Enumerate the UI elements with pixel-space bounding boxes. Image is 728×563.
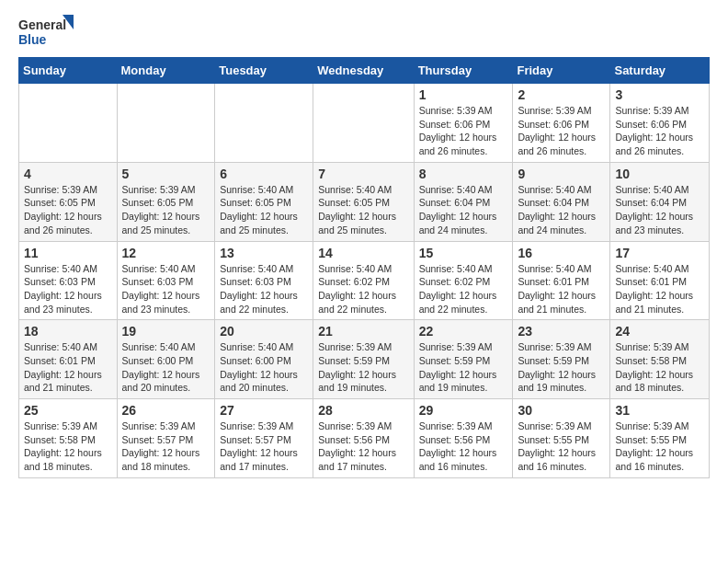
- day-number: 19: [122, 324, 210, 339]
- day-number: 15: [419, 246, 508, 260]
- calendar-cell: 9Sunrise: 5:40 AM Sunset: 6:04 PM Daylig…: [513, 162, 610, 241]
- svg-text:Blue: Blue: [18, 32, 47, 47]
- day-info: Sunrise: 5:39 AM Sunset: 5:59 PM Dayligh…: [318, 340, 408, 395]
- calendar-col-header: Wednesday: [313, 58, 414, 84]
- day-info: Sunrise: 5:39 AM Sunset: 6:06 PM Dayligh…: [419, 104, 508, 158]
- calendar-cell: 27Sunrise: 5:39 AM Sunset: 5:57 PM Dayli…: [215, 399, 313, 478]
- calendar-cell: 7Sunrise: 5:40 AM Sunset: 6:05 PM Daylig…: [313, 162, 414, 241]
- day-info: Sunrise: 5:39 AM Sunset: 5:59 PM Dayligh…: [518, 340, 605, 395]
- day-number: 29: [419, 403, 508, 418]
- day-number: 8: [419, 167, 508, 181]
- day-info: Sunrise: 5:40 AM Sunset: 6:03 PM Dayligh…: [24, 262, 112, 316]
- day-info: Sunrise: 5:40 AM Sunset: 6:03 PM Dayligh…: [220, 262, 308, 316]
- calendar-week-row: 4Sunrise: 5:39 AM Sunset: 6:05 PM Daylig…: [19, 162, 710, 241]
- day-number: 31: [615, 403, 704, 418]
- calendar-cell: 29Sunrise: 5:39 AM Sunset: 5:56 PM Dayli…: [414, 399, 513, 478]
- calendar-cell: 28Sunrise: 5:39 AM Sunset: 5:56 PM Dayli…: [313, 399, 414, 478]
- calendar-col-header: Thursday: [414, 58, 513, 84]
- day-info: Sunrise: 5:40 AM Sunset: 6:02 PM Dayligh…: [318, 262, 408, 316]
- calendar-cell: 21Sunrise: 5:39 AM Sunset: 5:59 PM Dayli…: [313, 320, 414, 399]
- calendar-col-header: Tuesday: [215, 58, 313, 84]
- calendar-cell: 20Sunrise: 5:40 AM Sunset: 6:00 PM Dayli…: [215, 320, 313, 399]
- day-info: Sunrise: 5:40 AM Sunset: 6:04 PM Dayligh…: [419, 183, 508, 237]
- calendar-cell: 16Sunrise: 5:40 AM Sunset: 6:01 PM Dayli…: [513, 241, 610, 320]
- calendar-cell: 25Sunrise: 5:39 AM Sunset: 5:58 PM Dayli…: [19, 399, 118, 478]
- logo: GeneralBlue: [18, 15, 74, 52]
- calendar-col-header: Saturday: [610, 58, 710, 84]
- calendar-cell: [117, 84, 215, 163]
- day-info: Sunrise: 5:40 AM Sunset: 6:00 PM Dayligh…: [220, 340, 308, 395]
- day-info: Sunrise: 5:40 AM Sunset: 6:01 PM Dayligh…: [24, 340, 112, 395]
- day-number: 11: [24, 246, 112, 260]
- calendar-table: SundayMondayTuesdayWednesdayThursdayFrid…: [18, 57, 710, 478]
- day-info: Sunrise: 5:40 AM Sunset: 6:00 PM Dayligh…: [122, 340, 210, 395]
- day-info: Sunrise: 5:39 AM Sunset: 5:55 PM Dayligh…: [518, 419, 605, 474]
- day-info: Sunrise: 5:40 AM Sunset: 6:05 PM Dayligh…: [220, 183, 308, 237]
- calendar-cell: 19Sunrise: 5:40 AM Sunset: 6:00 PM Dayli…: [117, 320, 215, 399]
- day-info: Sunrise: 5:40 AM Sunset: 6:01 PM Dayligh…: [615, 262, 704, 316]
- logo-icon: GeneralBlue: [18, 15, 74, 52]
- calendar-cell: 22Sunrise: 5:39 AM Sunset: 5:59 PM Dayli…: [414, 320, 513, 399]
- calendar-cell: 14Sunrise: 5:40 AM Sunset: 6:02 PM Dayli…: [313, 241, 414, 320]
- day-number: 9: [518, 167, 605, 181]
- calendar-cell: [215, 84, 313, 163]
- day-info: Sunrise: 5:39 AM Sunset: 5:55 PM Dayligh…: [615, 419, 704, 474]
- calendar-cell: 31Sunrise: 5:39 AM Sunset: 5:55 PM Dayli…: [610, 399, 710, 478]
- day-number: 13: [220, 246, 308, 260]
- calendar-cell: 17Sunrise: 5:40 AM Sunset: 6:01 PM Dayli…: [610, 241, 710, 320]
- day-number: 17: [615, 246, 704, 260]
- calendar-cell: 18Sunrise: 5:40 AM Sunset: 6:01 PM Dayli…: [19, 320, 118, 399]
- calendar-cell: 4Sunrise: 5:39 AM Sunset: 6:05 PM Daylig…: [19, 162, 118, 241]
- day-info: Sunrise: 5:40 AM Sunset: 6:01 PM Dayligh…: [518, 262, 605, 316]
- day-number: 18: [24, 324, 112, 339]
- page-header: GeneralBlue: [18, 15, 710, 52]
- calendar-cell: 12Sunrise: 5:40 AM Sunset: 6:03 PM Dayli…: [117, 241, 215, 320]
- day-number: 6: [220, 167, 308, 181]
- calendar-col-header: Sunday: [19, 58, 118, 84]
- day-info: Sunrise: 5:39 AM Sunset: 5:59 PM Dayligh…: [419, 340, 508, 395]
- day-number: 30: [518, 403, 605, 418]
- calendar-cell: 5Sunrise: 5:39 AM Sunset: 6:05 PM Daylig…: [117, 162, 215, 241]
- day-number: 16: [518, 246, 605, 260]
- calendar-cell: 6Sunrise: 5:40 AM Sunset: 6:05 PM Daylig…: [215, 162, 313, 241]
- calendar-week-row: 25Sunrise: 5:39 AM Sunset: 5:58 PM Dayli…: [19, 399, 710, 478]
- day-info: Sunrise: 5:39 AM Sunset: 5:58 PM Dayligh…: [615, 340, 704, 395]
- calendar-cell: [19, 84, 118, 163]
- day-info: Sunrise: 5:39 AM Sunset: 5:57 PM Dayligh…: [122, 419, 210, 474]
- day-number: 3: [615, 87, 704, 102]
- day-number: 22: [419, 324, 508, 339]
- day-number: 1: [419, 87, 508, 102]
- calendar-cell: 24Sunrise: 5:39 AM Sunset: 5:58 PM Dayli…: [610, 320, 710, 399]
- day-number: 21: [318, 324, 408, 339]
- day-info: Sunrise: 5:39 AM Sunset: 6:05 PM Dayligh…: [24, 183, 112, 237]
- calendar-cell: 10Sunrise: 5:40 AM Sunset: 6:04 PM Dayli…: [610, 162, 710, 241]
- day-info: Sunrise: 5:40 AM Sunset: 6:02 PM Dayligh…: [419, 262, 508, 316]
- calendar-cell: 13Sunrise: 5:40 AM Sunset: 6:03 PM Dayli…: [215, 241, 313, 320]
- calendar-cell: 23Sunrise: 5:39 AM Sunset: 5:59 PM Dayli…: [513, 320, 610, 399]
- svg-text:General: General: [18, 17, 66, 32]
- calendar-week-row: 11Sunrise: 5:40 AM Sunset: 6:03 PM Dayli…: [19, 241, 710, 320]
- calendar-col-header: Monday: [117, 58, 215, 84]
- day-number: 20: [220, 324, 308, 339]
- day-number: 26: [122, 403, 210, 418]
- calendar-week-row: 1Sunrise: 5:39 AM Sunset: 6:06 PM Daylig…: [19, 84, 710, 163]
- day-number: 24: [615, 324, 704, 339]
- calendar-cell: 30Sunrise: 5:39 AM Sunset: 5:55 PM Dayli…: [513, 399, 610, 478]
- day-info: Sunrise: 5:39 AM Sunset: 5:57 PM Dayligh…: [220, 419, 308, 474]
- day-info: Sunrise: 5:39 AM Sunset: 5:56 PM Dayligh…: [419, 419, 508, 474]
- day-info: Sunrise: 5:39 AM Sunset: 6:06 PM Dayligh…: [615, 104, 704, 158]
- day-info: Sunrise: 5:40 AM Sunset: 6:04 PM Dayligh…: [518, 183, 605, 237]
- day-number: 25: [24, 403, 112, 418]
- day-number: 2: [518, 87, 605, 102]
- calendar-cell: 15Sunrise: 5:40 AM Sunset: 6:02 PM Dayli…: [414, 241, 513, 320]
- day-info: Sunrise: 5:39 AM Sunset: 5:58 PM Dayligh…: [24, 419, 112, 474]
- calendar-cell: 8Sunrise: 5:40 AM Sunset: 6:04 PM Daylig…: [414, 162, 513, 241]
- day-number: 10: [615, 167, 704, 181]
- calendar-cell: 1Sunrise: 5:39 AM Sunset: 6:06 PM Daylig…: [414, 84, 513, 163]
- day-number: 23: [518, 324, 605, 339]
- day-info: Sunrise: 5:39 AM Sunset: 6:06 PM Dayligh…: [518, 104, 605, 158]
- calendar-cell: 3Sunrise: 5:39 AM Sunset: 6:06 PM Daylig…: [610, 84, 710, 163]
- day-number: 7: [318, 167, 408, 181]
- calendar-cell: 11Sunrise: 5:40 AM Sunset: 6:03 PM Dayli…: [19, 241, 118, 320]
- day-number: 5: [122, 167, 210, 181]
